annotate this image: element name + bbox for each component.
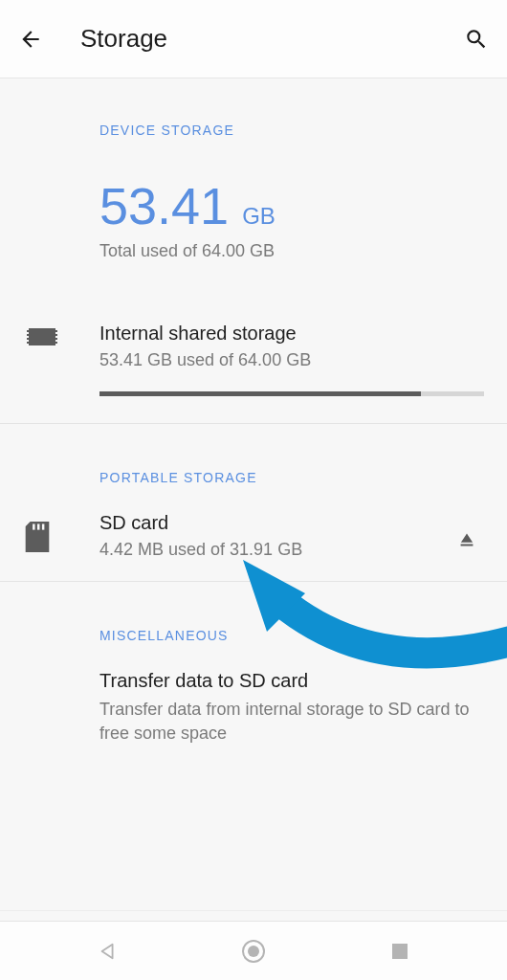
sd-card-row[interactable]: SD card 4.42 MB used of 31.91 GB bbox=[0, 512, 507, 560]
device-used-value: 53.41 bbox=[99, 180, 229, 232]
svg-rect-1 bbox=[27, 330, 29, 332]
back-arrow-icon bbox=[18, 27, 43, 52]
divider bbox=[0, 910, 507, 911]
portable-storage-header: PORTABLE STORAGE bbox=[0, 424, 507, 485]
search-icon bbox=[464, 27, 489, 52]
device-used-unit: GB bbox=[242, 203, 276, 230]
svg-rect-3 bbox=[27, 338, 29, 340]
internal-sub: 53.41 GB used of 64.00 GB bbox=[99, 350, 484, 370]
svg-rect-8 bbox=[55, 342, 57, 344]
internal-progress bbox=[99, 391, 484, 396]
nav-back-button[interactable] bbox=[70, 934, 146, 969]
misc-header: MISCELLANEOUS bbox=[0, 582, 507, 643]
svg-rect-6 bbox=[55, 334, 57, 336]
page-title: Storage bbox=[80, 24, 463, 54]
svg-rect-7 bbox=[55, 338, 57, 340]
nav-back-icon bbox=[98, 941, 119, 962]
system-navbar bbox=[0, 921, 507, 980]
nav-home-button[interactable] bbox=[215, 934, 292, 969]
internal-progress-bar bbox=[99, 391, 421, 396]
search-button[interactable] bbox=[463, 26, 490, 53]
svg-rect-0 bbox=[29, 328, 55, 345]
svg-rect-5 bbox=[55, 330, 57, 332]
transfer-sub: Transfer data from internal storage to S… bbox=[99, 698, 480, 746]
sd-title: SD card bbox=[99, 512, 446, 534]
device-storage-amount: 53.41 GB bbox=[0, 138, 507, 232]
svg-point-14 bbox=[248, 946, 259, 957]
svg-rect-2 bbox=[27, 334, 29, 336]
svg-rect-9 bbox=[33, 523, 34, 529]
svg-rect-10 bbox=[37, 523, 39, 529]
svg-rect-4 bbox=[27, 342, 29, 344]
sd-card-icon bbox=[25, 522, 50, 552]
svg-rect-11 bbox=[42, 523, 44, 529]
transfer-title: Transfer data to SD card bbox=[99, 670, 480, 692]
svg-rect-15 bbox=[392, 944, 408, 959]
sd-sub: 4.42 MB used of 31.91 GB bbox=[99, 540, 446, 560]
appbar: Storage bbox=[0, 0, 507, 78]
device-storage-header: DEVICE STORAGE bbox=[0, 78, 507, 138]
internal-title: Internal shared storage bbox=[99, 323, 484, 345]
eject-button[interactable] bbox=[446, 522, 488, 550]
eject-icon bbox=[456, 529, 477, 550]
nav-home-icon bbox=[241, 939, 266, 964]
nav-recent-button[interactable] bbox=[362, 934, 438, 969]
nav-recent-icon bbox=[390, 942, 409, 961]
content: DEVICE STORAGE 53.41 GB Total used of 64… bbox=[0, 78, 507, 765]
device-total-line: Total used of 64.00 GB bbox=[0, 232, 507, 261]
internal-storage-row[interactable]: Internal shared storage 53.41 GB used of… bbox=[0, 323, 507, 396]
chip-icon bbox=[25, 324, 59, 349]
back-button[interactable] bbox=[17, 26, 44, 53]
transfer-data-row[interactable]: Transfer data to SD card Transfer data f… bbox=[0, 670, 507, 746]
